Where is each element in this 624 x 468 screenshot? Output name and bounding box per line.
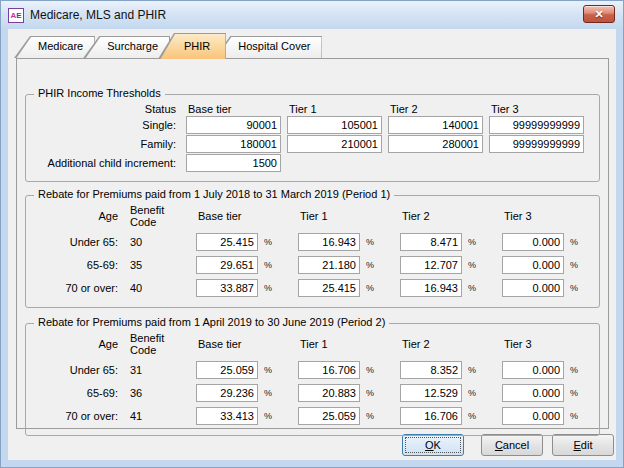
percent-sign: %: [468, 388, 476, 398]
row-label-single: Single:: [34, 119, 180, 131]
family-tier3-input[interactable]: 99999999999: [489, 135, 584, 153]
p2-65-69-base-input[interactable]: 29.236: [196, 384, 258, 402]
column-header-tier1: Tier 1: [287, 103, 382, 115]
p2-under65-tier3-input[interactable]: 0.000: [502, 361, 564, 379]
column-header-base-tier: Base tier: [196, 338, 292, 350]
group-rebate-period1: Rebate for Premiums paid from 1 July 201…: [25, 195, 600, 308]
p2-under65-base-input[interactable]: 25.059: [196, 361, 258, 379]
period1-grid: Age Benefit Code Base tier Tier 1 Tier 2…: [26, 196, 599, 307]
p2-70over-tier3-input[interactable]: 0.000: [502, 407, 564, 425]
benefit-code-value: 35: [128, 259, 190, 271]
percent-sign: %: [468, 237, 476, 247]
p1-under65-tier3-input[interactable]: 0.000: [502, 233, 564, 251]
column-header-tier1: Tier 1: [298, 210, 394, 222]
column-header-tier2: Tier 2: [400, 338, 496, 350]
percent-sign: %: [570, 388, 578, 398]
percent-sign: %: [570, 283, 578, 293]
tab-phir[interactable]: PHIR: [158, 33, 226, 59]
family-tier2-input[interactable]: 280001: [388, 135, 483, 153]
p2-70over-tier1-input[interactable]: 25.059: [298, 407, 360, 425]
p2-70over-tier2-input[interactable]: 16.706: [400, 407, 462, 425]
percent-sign: %: [264, 388, 272, 398]
edit-button-label: E: [574, 439, 581, 451]
benefit-code-value: 41: [128, 410, 190, 422]
percent-sign: %: [570, 365, 578, 375]
title-bar: AE Medicare, MLS and PHIR ✕: [1, 1, 623, 29]
family-tier1-input[interactable]: 210001: [287, 135, 382, 153]
column-header-age: Age: [34, 210, 122, 222]
column-header-tier3: Tier 3: [502, 338, 598, 350]
row-label-family: Family:: [34, 138, 180, 150]
percent-sign: %: [264, 365, 272, 375]
benefit-code-value: 31: [128, 364, 190, 376]
tab-hospital-cover[interactable]: Hospital Cover: [214, 36, 322, 58]
column-header-age: Age: [34, 338, 122, 350]
single-base-tier-input[interactable]: 90001: [186, 116, 281, 134]
single-tier2-input[interactable]: 140001: [388, 116, 483, 134]
p1-under65-tier1-input[interactable]: 16.943: [298, 233, 360, 251]
group-rebate-period2: Rebate for Premiums paid from 1 April 20…: [25, 323, 600, 436]
p1-under65-base-input[interactable]: 25.415: [196, 233, 258, 251]
p1-65-69-base-input[interactable]: 29.651: [196, 256, 258, 274]
benefit-code-value: 30: [128, 236, 190, 248]
additional-child-increment-input[interactable]: 1500: [186, 154, 281, 172]
app-icon-letter-e: E: [16, 11, 21, 20]
ok-button-label: O: [425, 439, 434, 451]
row-label-65-69: 65-69:: [34, 259, 122, 271]
p1-70over-tier1-input[interactable]: 25.415: [298, 279, 360, 297]
window-title: Medicare, MLS and PHIR: [30, 8, 166, 22]
app-icon: AE: [8, 8, 24, 23]
ok-button[interactable]: OK: [402, 434, 464, 456]
benefit-code-value: 36: [128, 387, 190, 399]
p1-70over-base-input[interactable]: 33.887: [196, 279, 258, 297]
cancel-button[interactable]: Cancel: [481, 434, 543, 456]
tab-page-phir: PHIR Income Thresholds Status Base tier …: [16, 58, 609, 429]
column-header-benefit-code: Benefit Code: [128, 204, 190, 228]
column-header-tier3: Tier 3: [489, 103, 584, 115]
p1-65-69-tier3-input[interactable]: 0.000: [502, 256, 564, 274]
column-header-tier1: Tier 1: [298, 338, 394, 350]
family-base-tier-input[interactable]: 180001: [186, 135, 281, 153]
p2-65-69-tier2-input[interactable]: 12.529: [400, 384, 462, 402]
column-header-base-tier: Base tier: [196, 210, 292, 222]
p1-65-69-tier1-input[interactable]: 21.180: [298, 256, 360, 274]
p2-65-69-tier1-input[interactable]: 20.883: [298, 384, 360, 402]
tab-hospital-cover-label: Hospital Cover: [214, 36, 322, 52]
p1-65-69-tier2-input[interactable]: 12.707: [400, 256, 462, 274]
percent-sign: %: [264, 283, 272, 293]
percent-sign: %: [468, 411, 476, 421]
percent-sign: %: [366, 411, 374, 421]
p1-70over-tier3-input[interactable]: 0.000: [502, 279, 564, 297]
group-income-thresholds: PHIR Income Thresholds Status Base tier …: [25, 94, 600, 182]
percent-sign: %: [468, 260, 476, 270]
p1-under65-tier2-input[interactable]: 8.471: [400, 233, 462, 251]
single-tier3-input[interactable]: 99999999999: [489, 116, 584, 134]
row-label-under65: Under 65:: [34, 364, 122, 376]
thresholds-grid: Status Base tier Tier 1 Tier 2 Tier 3 Si…: [26, 95, 599, 181]
edit-button[interactable]: Edit: [552, 434, 614, 456]
column-header-tier2: Tier 2: [400, 210, 496, 222]
close-button[interactable]: ✕: [583, 5, 615, 23]
row-label-70-or-over: 70 or over:: [34, 282, 122, 294]
column-header-status: Status: [34, 103, 180, 115]
percent-sign: %: [570, 237, 578, 247]
ok-button-label: K: [434, 439, 441, 451]
percent-sign: %: [366, 260, 374, 270]
row-label-additional-child: Additional child increment:: [34, 157, 180, 169]
p1-70over-tier2-input[interactable]: 16.943: [400, 279, 462, 297]
percent-sign: %: [264, 260, 272, 270]
p2-under65-tier1-input[interactable]: 16.706: [298, 361, 360, 379]
percent-sign: %: [366, 283, 374, 293]
tab-phir-label: PHIR: [158, 33, 226, 52]
percent-sign: %: [468, 283, 476, 293]
p2-70over-base-input[interactable]: 33.413: [196, 407, 258, 425]
row-label-70-or-over: 70 or over:: [34, 410, 122, 422]
p2-65-69-tier3-input[interactable]: 0.000: [502, 384, 564, 402]
p2-under65-tier2-input[interactable]: 8.352: [400, 361, 462, 379]
group-rebate-period1-title: Rebate for Premiums paid from 1 July 201…: [34, 188, 394, 200]
percent-sign: %: [366, 388, 374, 398]
cancel-button-label: ancel: [503, 439, 529, 451]
single-tier1-input[interactable]: 105001: [287, 116, 382, 134]
tab-surcharge[interactable]: Surcharge: [83, 36, 170, 58]
column-header-benefit-code: Benefit Code: [128, 332, 190, 356]
